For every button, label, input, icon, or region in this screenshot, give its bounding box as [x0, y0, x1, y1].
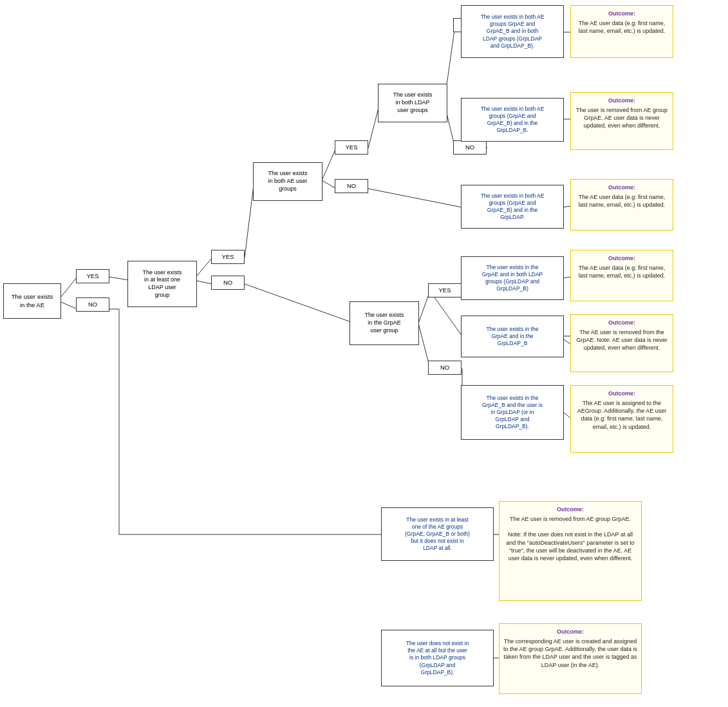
cond-no-ldap-box: The user exists in at leastone of the AE…: [381, 507, 494, 561]
svg-line-10: [322, 148, 336, 180]
outcome7-box: Outcome: The AE user is removed from AE …: [499, 501, 642, 601]
both-ldap-groups-box: The user existsin both LDAPuser groups: [378, 84, 447, 122]
outcome2-text: The user is removed from AE group GrpAE.…: [576, 107, 667, 129]
outcome3-text: The AE user data (e.g: first name, last …: [579, 194, 666, 208]
at-least-one-ldap-box: The user existsin at least oneLDAP userg…: [127, 261, 197, 307]
outcome4-title: Outcome:: [575, 254, 669, 262]
outcome6-title: Outcome:: [575, 390, 669, 397]
yes2-box: YES: [211, 250, 245, 264]
outcome5-text: The AE user is removed from the GrpAE. N…: [576, 329, 667, 351]
no4-box: NO: [453, 140, 487, 155]
outcome7-title: Outcome:: [503, 505, 637, 513]
svg-line-30: [430, 291, 462, 336]
flowchart-diagram: The user existsin the AE YES NO The user…: [0, 0, 728, 707]
outcome1-text: The AE user data (e.g: first name, last …: [579, 20, 666, 34]
both-ae-groups-box: The user existsin both AE usergroups: [253, 162, 322, 201]
outcome3-title: Outcome:: [575, 184, 669, 191]
cond-bot1-box: The user exists in theGrpAE_B and the us…: [461, 385, 564, 440]
cond-top3-box: The user exists in both AEgroups (GrpAE …: [461, 185, 564, 229]
no3-box: NO: [335, 179, 368, 193]
yes5-box: YES: [428, 283, 462, 297]
outcome1-box: Outcome: The AE user data (e.g: first na…: [570, 5, 673, 58]
outcome4-box: Outcome: The AE user data (e.g: first na…: [570, 250, 673, 301]
outcome8-text: The corresponding AE user is created and…: [503, 638, 637, 668]
outcome2-title: Outcome:: [575, 97, 669, 104]
outcome4-text: The AE user data (e.g: first name, last …: [579, 265, 666, 279]
outcome6-text: The AE user is assigned to the AEGroup. …: [577, 400, 666, 429]
cond-mid2-box: The user exists in theGrpAE and in theGr…: [461, 316, 564, 357]
cond-top2-box: The user exists in both AEgroups (GrpAE …: [461, 98, 564, 142]
outcome8-box: Outcome: The corresponding AE user is cr…: [499, 623, 642, 694]
cond-mid1-box: The user exists in theGrpAE and in both …: [461, 256, 564, 300]
ae-exists-box: The user existsin the AE: [3, 283, 61, 319]
outcome3-box: Outcome: The AE user data (e.g: first na…: [570, 179, 673, 231]
no1-box: NO: [76, 297, 109, 312]
outcome5-box: Outcome: The AE user is removed from the…: [570, 314, 673, 372]
svg-line-2: [109, 277, 129, 280]
outcome2-box: Outcome: The user is removed from AE gro…: [570, 92, 673, 150]
cond-not-in-ae-box: The user does not exist inthe AE at all …: [381, 630, 494, 686]
svg-line-9: [245, 284, 351, 322]
svg-line-13: [368, 189, 462, 207]
no5-box: NO: [428, 361, 462, 375]
cond-top1-box: The user exists in both AEgroups GrpAE a…: [461, 5, 564, 58]
yes1-box: YES: [76, 269, 109, 283]
no2-box: NO: [211, 276, 245, 290]
outcome1-title: Outcome:: [575, 10, 669, 17]
grpae-usergroup-box: The user existsin the GrpAEuser group: [350, 301, 419, 345]
outcome5-title: Outcome:: [575, 319, 669, 326]
outcome7-text: The AE user is removed from AE group Grp…: [506, 516, 635, 561]
outcome6-box: Outcome: The AE user is assigned to the …: [570, 385, 673, 453]
outcome8-title: Outcome:: [503, 628, 637, 636]
svg-line-11: [322, 180, 336, 189]
yes3-box: YES: [335, 140, 368, 155]
